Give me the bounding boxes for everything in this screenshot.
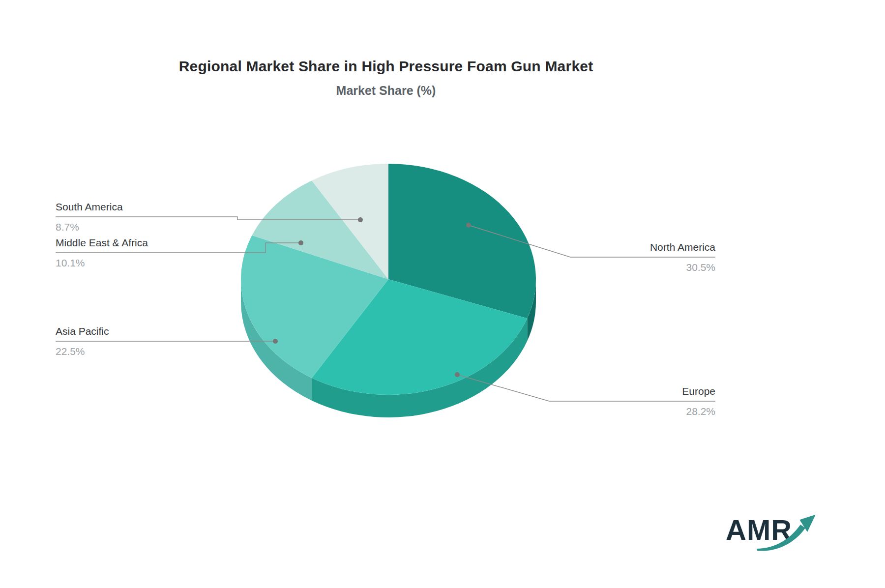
label-middle-east-africa-value: 10.1% bbox=[56, 257, 148, 269]
leader-dot-south-america bbox=[358, 217, 363, 222]
label-europe-name: Europe bbox=[682, 385, 715, 397]
label-asia-pacific: Asia Pacific 22.5% bbox=[56, 325, 109, 357]
leader-dot-asia-pacific bbox=[273, 339, 278, 344]
chart-container: Regional Market Share in High Pressure F… bbox=[0, 0, 885, 588]
label-europe-value: 28.2% bbox=[682, 405, 715, 417]
chart-subtitle: Market Share (%) bbox=[0, 84, 772, 98]
leader-dot-europe bbox=[455, 372, 460, 377]
label-south-america-value: 8.7% bbox=[56, 221, 123, 233]
label-south-america-name: South America bbox=[56, 201, 123, 213]
label-asia-pacific-value: 22.5% bbox=[56, 345, 109, 357]
leader-dot-middle-east-africa bbox=[298, 240, 303, 245]
amr-logo: AMR bbox=[726, 509, 819, 554]
label-south-america: South America 8.7% bbox=[56, 201, 123, 233]
label-europe: Europe 28.2% bbox=[682, 385, 715, 417]
leader-dot-north-america bbox=[466, 223, 471, 228]
label-middle-east-africa-name: Middle East & Africa bbox=[56, 236, 148, 249]
label-north-america: North America 30.5% bbox=[650, 241, 715, 273]
chart-title: Regional Market Share in High Pressure F… bbox=[0, 58, 772, 75]
label-asia-pacific-name: Asia Pacific bbox=[56, 325, 109, 337]
label-north-america-value: 30.5% bbox=[650, 261, 715, 273]
label-north-america-name: North America bbox=[650, 241, 715, 253]
label-middle-east-africa: Middle East & Africa 10.1% bbox=[56, 236, 148, 269]
title-block: Regional Market Share in High Pressure F… bbox=[0, 0, 772, 31]
amr-logo-arrow-icon bbox=[748, 503, 822, 558]
